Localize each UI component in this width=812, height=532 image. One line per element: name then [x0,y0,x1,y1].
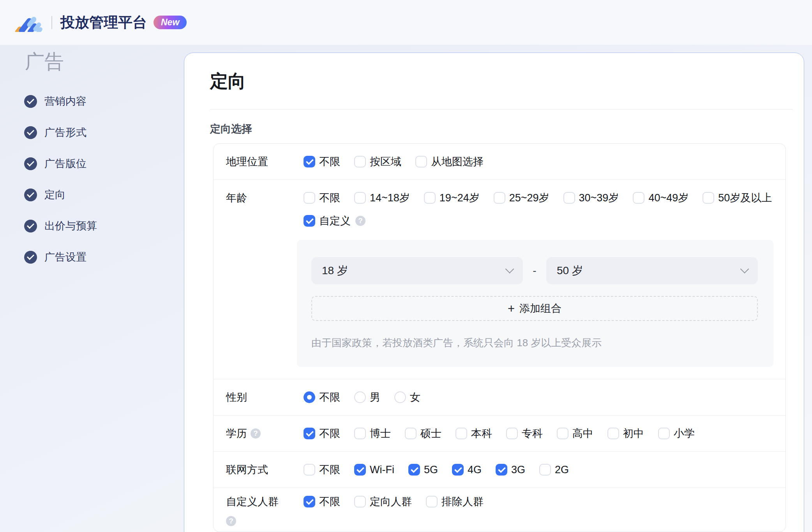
age-from-select[interactable]: 18 岁 [311,257,523,284]
option-label: 19~24岁 [440,192,480,204]
help-icon[interactable]: ? [251,428,261,439]
row-label-network: 联网方式 [226,464,304,476]
check-circle-icon [24,126,37,139]
option-label: 初中 [623,428,644,439]
age-to-select[interactable]: 50 岁 [546,257,758,284]
checkbox-icon[interactable] [557,428,568,439]
checkbox-icon[interactable] [408,464,420,476]
checkbox-icon[interactable] [304,496,315,507]
checkbox-icon[interactable] [455,428,467,439]
option-label: 不限 [319,192,340,204]
checkbox-option[interactable]: Wi-Fi [354,464,394,476]
sidebar-item-定向[interactable]: 定向 [0,179,184,210]
checkbox-icon[interactable] [354,496,366,507]
checkbox-option[interactable]: 不限 [304,496,340,507]
add-combination-button[interactable]: +添加组合 [311,296,758,321]
checkbox-option[interactable]: 40~49岁 [633,192,688,204]
sidebar-item-label: 出价与预算 [44,219,97,233]
checkbox-icon[interactable] [304,464,315,476]
checkbox-icon[interactable] [424,192,436,204]
checkbox-icon[interactable] [304,192,315,204]
checkbox-option[interactable]: 按区域 [354,156,401,167]
checkbox-icon[interactable] [633,192,644,204]
checkbox-icon[interactable] [563,192,575,204]
checkbox-option[interactable]: 14~18岁 [354,192,410,204]
checkbox-option[interactable]: 3G [496,464,525,476]
checkbox-icon[interactable] [658,428,670,439]
targeting-form-box: 地理位置不限按区域从地图选择年龄不限14~18岁19~24岁25~29岁30~3… [213,143,786,532]
checkbox-option[interactable]: 硕士 [405,428,441,439]
checkbox-icon[interactable] [703,192,714,204]
checkbox-option[interactable]: 高中 [557,428,593,439]
option-label: 4G [468,464,482,476]
checkbox-option[interactable]: 专科 [506,428,543,439]
row-label-text: 学历 [226,428,247,439]
checkbox-option[interactable]: 不限 [304,192,340,204]
option-label: 高中 [572,428,593,439]
row-label-geo: 地理位置 [226,156,304,167]
checkbox-option[interactable]: 50岁及以上 [703,192,772,204]
check-circle-icon [24,251,37,264]
checkbox-option[interactable]: 本科 [455,428,492,439]
checkbox-icon[interactable] [496,464,507,476]
sidebar-item-广告版位[interactable]: 广告版位 [0,148,184,179]
form-row-network: 联网方式不限Wi-Fi5G4G3G2G [214,452,786,488]
checkbox-option[interactable]: 不限 [304,428,340,439]
checkbox-icon[interactable] [405,428,417,439]
checkbox-option[interactable]: 定向人群 [354,496,412,507]
option-label: 30~39岁 [579,192,619,204]
checkbox-icon[interactable] [539,464,551,476]
age-to-value: 50 岁 [557,263,583,278]
radio-option[interactable]: 女 [394,391,420,403]
checkbox-option[interactable]: 初中 [607,428,644,439]
sidebar-item-广告设置[interactable]: 广告设置 [0,241,184,273]
checkbox-icon[interactable] [304,428,315,439]
option-label: 女 [410,391,420,403]
checkbox-icon[interactable] [354,156,366,167]
radio-icon[interactable] [354,391,366,403]
checkbox-option[interactable]: 4G [452,464,482,476]
row-options-geo: 不限按区域从地图选择 [304,156,773,167]
sidebar-item-出价与预算[interactable]: 出价与预算 [0,210,184,241]
checkbox-option[interactable]: 小学 [658,428,695,439]
radio-icon[interactable] [394,391,406,403]
checkbox-icon[interactable] [452,464,464,476]
sidebar-item-营销内容[interactable]: 营销内容 [0,86,184,117]
help-icon[interactable]: ? [355,216,365,226]
option-label: 不限 [319,391,340,403]
option-label: 博士 [370,428,391,439]
checkbox-icon[interactable] [354,192,366,204]
checkbox-option[interactable]: 2G [539,464,569,476]
form-row-custom-audience: 自定义人群?不限定向人群排除人群 [214,488,786,532]
option-label: 小学 [674,428,695,439]
checkbox-option[interactable]: 30~39岁 [563,192,619,204]
checkbox-option[interactable]: 25~29岁 [494,192,549,204]
radio-option[interactable]: 男 [354,391,380,403]
page-body: 广告 营销内容广告形式广告版位定向出价与预算广告设置 定向 定向选择 地理位置不… [0,45,812,532]
checkbox-option[interactable]: 从地图选择 [415,156,484,167]
check-circle-icon [24,220,37,233]
checkbox-icon[interactable] [506,428,518,439]
checkbox-icon[interactable] [426,496,438,507]
checkbox-option[interactable]: 博士 [354,428,391,439]
checkbox-icon[interactable] [354,428,366,439]
help-icon[interactable]: ? [226,516,236,526]
sidebar-item-广告形式[interactable]: 广告形式 [0,117,184,148]
checkbox-option[interactable]: 自定义 [304,215,351,227]
checkbox-icon[interactable] [494,192,505,204]
radio-option[interactable]: 不限 [304,391,340,403]
checkbox-option[interactable]: 排除人群 [426,496,484,507]
checkbox-icon[interactable] [304,215,315,227]
checkbox-option[interactable]: 19~24岁 [424,192,480,204]
checkbox-icon[interactable] [607,428,619,439]
checkbox-icon[interactable] [304,156,315,167]
option-label: 不限 [319,464,340,476]
radio-icon[interactable] [304,391,315,403]
app-header: 投放管理平台 New [0,0,812,45]
checkbox-icon[interactable] [415,156,427,167]
checkbox-option[interactable]: 不限 [304,156,340,167]
checkbox-icon[interactable] [354,464,366,476]
checkbox-option[interactable]: 不限 [304,464,340,476]
check-circle-icon [24,188,37,201]
checkbox-option[interactable]: 5G [408,464,438,476]
